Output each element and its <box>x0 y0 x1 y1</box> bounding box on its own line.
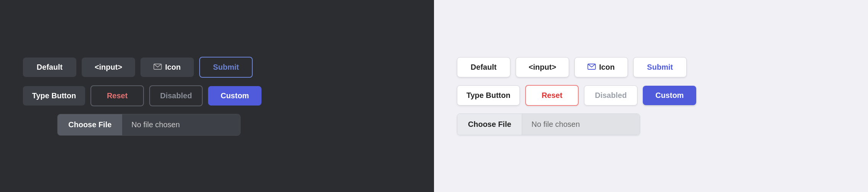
dark-default-label: Default <box>37 63 63 72</box>
light-submit-label: Submit <box>647 63 673 72</box>
dark-typebutton-button[interactable]: Type Button <box>23 86 85 106</box>
dark-reset-button[interactable]: Reset <box>90 85 144 106</box>
light-choose-file-label: Choose File <box>468 120 511 128</box>
light-icon-button[interactable]: Icon <box>574 57 628 77</box>
light-reset-button[interactable]: Reset <box>525 85 579 106</box>
dark-row-2: Type Button Reset Disabled Custom <box>23 85 261 106</box>
dark-input-button[interactable]: <input> <box>82 58 135 77</box>
envelope-icon <box>153 63 162 72</box>
light-custom-label: Custom <box>655 91 684 100</box>
dark-reset-label: Reset <box>107 91 127 100</box>
dark-icon-label: Icon <box>165 63 181 72</box>
dark-choose-file-button[interactable]: Choose File <box>58 114 122 135</box>
dark-choose-file-label: Choose File <box>68 120 111 129</box>
dark-file-input: Choose File No file chosen <box>57 114 240 136</box>
light-disabled-button[interactable]: Disabled <box>584 85 637 106</box>
dark-file-row: Choose File No file chosen <box>23 114 240 136</box>
dark-row-1: Default <input> Icon Submit <box>23 57 253 78</box>
dark-typebutton-label: Type Button <box>32 91 76 100</box>
light-file-row: Choose File No file chosen <box>457 114 640 135</box>
light-typebutton-button[interactable]: Type Button <box>457 85 520 106</box>
light-file-input: Choose File No file chosen <box>457 114 640 135</box>
light-row-1: Default <input> Icon Submit <box>457 57 687 77</box>
light-input-button[interactable]: <input> <box>516 57 569 77</box>
dark-disabled-label: Disabled <box>160 91 192 100</box>
light-row-2: Type Button Reset Disabled Custom <box>457 85 696 106</box>
envelope-icon-light <box>587 63 596 72</box>
light-submit-button[interactable]: Submit <box>633 57 687 77</box>
dark-default-button[interactable]: Default <box>23 58 76 77</box>
dark-submit-label: Submit <box>213 63 239 72</box>
dark-submit-button[interactable]: Submit <box>199 57 253 78</box>
light-default-button[interactable]: Default <box>457 57 510 77</box>
light-reset-label: Reset <box>542 91 562 100</box>
light-typebutton-label: Type Button <box>466 91 510 100</box>
dark-custom-label: Custom <box>221 91 249 100</box>
light-choose-file-button[interactable]: Choose File <box>457 114 522 135</box>
dark-input-label: <input> <box>95 63 122 72</box>
light-disabled-label: Disabled <box>595 91 626 100</box>
light-panel: Default <input> Icon Submit Type Button … <box>434 0 868 192</box>
light-input-label: <input> <box>529 63 556 72</box>
dark-panel: Default <input> Icon Submit Type Button … <box>0 0 434 192</box>
light-file-status: No file chosen <box>522 114 640 135</box>
light-custom-button[interactable]: Custom <box>643 86 696 105</box>
light-default-label: Default <box>471 63 497 72</box>
dark-file-status: No file chosen <box>122 114 240 135</box>
dark-icon-button[interactable]: Icon <box>140 58 194 77</box>
light-icon-label: Icon <box>599 63 615 72</box>
dark-disabled-button[interactable]: Disabled <box>149 85 203 106</box>
dark-custom-button[interactable]: Custom <box>208 86 261 106</box>
